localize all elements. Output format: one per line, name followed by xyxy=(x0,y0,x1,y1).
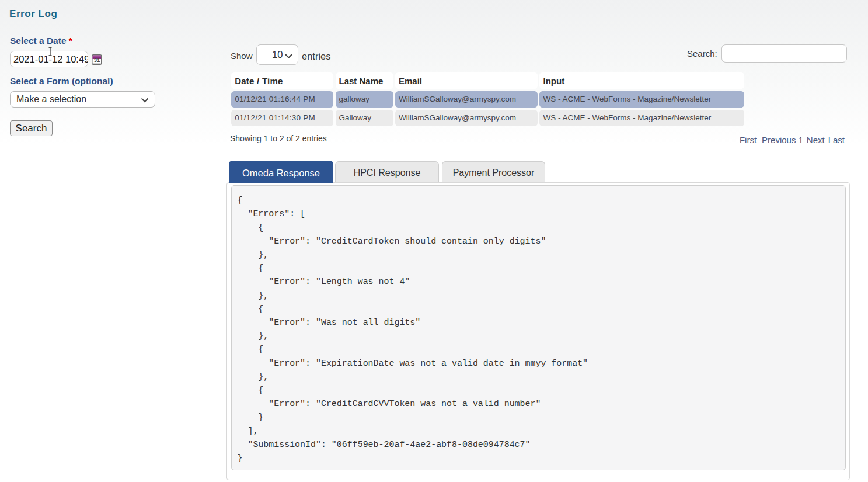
svg-text:31: 31 xyxy=(94,57,100,63)
